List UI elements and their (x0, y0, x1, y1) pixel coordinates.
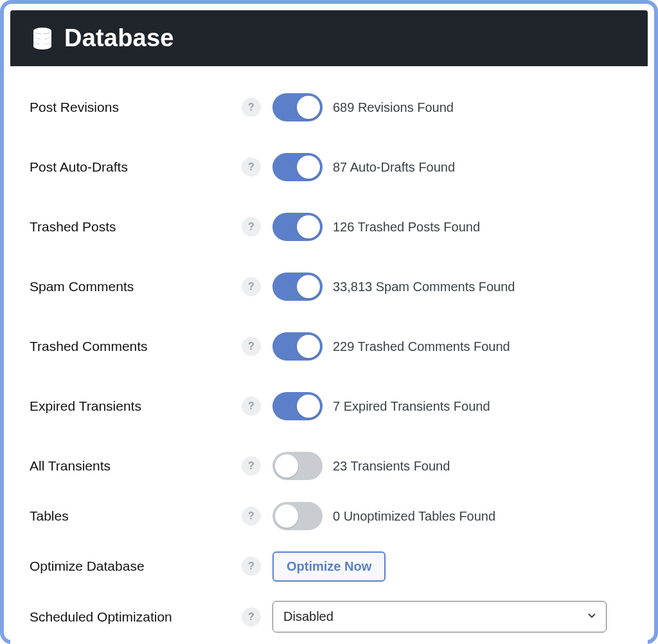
status-expired-transients: 7 Expired Transients Found (333, 399, 490, 414)
label-trashed-comments: Trashed Comments (30, 339, 242, 354)
row-expired-transients: Expired Transients ? 7 Expired Transient… (30, 391, 628, 422)
status-trashed-posts: 126 Trashed Posts Found (333, 220, 480, 235)
status-post-revisions: 689 Revisions Found (333, 100, 454, 115)
toggle-tables[interactable] (272, 502, 323, 530)
row-scheduled-optimization: Scheduled Optimization ? Disabled (30, 601, 628, 632)
panel-header: Database (10, 10, 648, 66)
help-icon[interactable]: ? (242, 557, 261, 576)
label-optimize-database: Optimize Database (30, 559, 242, 574)
row-tables: Tables ? 0 Unoptimized Tables Found (30, 501, 628, 532)
toggle-post-auto-drafts[interactable] (272, 153, 323, 181)
row-trashed-posts: Trashed Posts ? 126 Trashed Posts Found (30, 211, 628, 242)
row-optimize-database: Optimize Database ? Optimize Now (30, 551, 628, 582)
toggle-trashed-comments[interactable] (272, 332, 323, 361)
label-all-transients: All Transients (30, 458, 242, 474)
label-tables: Tables (30, 508, 242, 524)
database-panel: Database Post Revisions ? 689 Revisions … (10, 10, 648, 644)
toggle-spam-comments[interactable] (272, 273, 323, 301)
outer-frame: Database Post Revisions ? 689 Revisions … (0, 0, 658, 644)
database-icon (32, 27, 53, 50)
label-post-revisions: Post Revisions (30, 100, 242, 115)
toggle-trashed-posts[interactable] (272, 213, 323, 241)
toggle-all-transients[interactable] (272, 452, 323, 480)
label-trashed-posts: Trashed Posts (30, 219, 242, 235)
help-icon[interactable]: ? (242, 337, 261, 356)
help-icon[interactable]: ? (242, 277, 261, 296)
label-expired-transients: Expired Transients (30, 398, 242, 414)
status-post-auto-drafts: 87 Auto-Drafts Found (333, 160, 455, 175)
row-trashed-comments: Trashed Comments ? 229 Trashed Comments … (30, 331, 628, 362)
label-post-auto-drafts: Post Auto-Drafts (30, 159, 242, 175)
help-icon[interactable]: ? (242, 397, 261, 416)
row-spam-comments: Spam Comments ? 33,813 Spam Comments Fou… (30, 271, 628, 302)
status-trashed-comments: 229 Trashed Comments Found (333, 339, 510, 354)
help-icon[interactable]: ? (242, 98, 261, 117)
help-icon[interactable]: ? (242, 506, 261, 526)
toggle-post-revisions[interactable] (272, 93, 323, 121)
status-all-transients: 23 Transients Found (333, 459, 450, 474)
scheduled-optimization-select[interactable]: Disabled (272, 601, 607, 632)
optimize-now-button[interactable]: Optimize Now (272, 551, 386, 582)
panel-title: Database (64, 24, 174, 52)
status-spam-comments: 33,813 Spam Comments Found (333, 280, 515, 294)
row-post-revisions: Post Revisions ? 689 Revisions Found (30, 92, 628, 123)
label-spam-comments: Spam Comments (30, 279, 242, 294)
label-scheduled-optimization: Scheduled Optimization (30, 609, 242, 625)
help-icon[interactable]: ? (242, 217, 261, 237)
toggle-expired-transients[interactable] (272, 392, 323, 420)
panel-body: Post Revisions ? 689 Revisions Found Pos… (10, 66, 648, 644)
help-icon[interactable]: ? (242, 607, 261, 627)
row-post-auto-drafts: Post Auto-Drafts ? 87 Auto-Drafts Found (30, 152, 628, 183)
svg-point-0 (33, 28, 51, 34)
status-tables: 0 Unoptimized Tables Found (333, 509, 495, 524)
scheduled-optimization-value[interactable]: Disabled (272, 601, 607, 632)
help-icon[interactable]: ? (242, 157, 261, 177)
help-icon[interactable]: ? (242, 456, 261, 476)
row-all-transients: All Transients ? 23 Transients Found (30, 451, 628, 481)
